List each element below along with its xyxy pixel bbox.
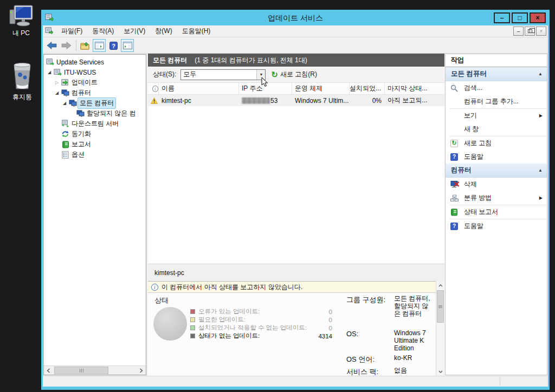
tree-item-options[interactable]: 옵션 [46,149,146,160]
child-minimize-button[interactable]: – [513,27,524,36]
scroll-up-icon[interactable] [436,281,444,290]
toolbar: ? [43,38,548,54]
console-tree-icon [95,42,104,49]
tree-horizontal-scrollbar[interactable] [44,365,146,375]
action-group-by[interactable]: 분류 방법 ▶ [446,191,547,205]
expanded-icon[interactable]: ◢ [61,101,68,106]
name-column-header[interactable]: 이름 [159,83,239,94]
legend-error-swatch [190,309,195,314]
tree-item-computers[interactable]: ◢ 컴퓨터 [46,88,146,98]
menu-action[interactable]: 동작(A) [87,25,119,37]
export-list-button[interactable] [79,39,92,52]
legend-needed-swatch [190,317,195,322]
minimize-button[interactable]: – [494,12,510,23]
tree-item-updates[interactable]: ▷ 업데이트 [46,77,146,88]
tree-item-unassigned-computers[interactable]: 할당되지 않은 컴 [46,108,146,119]
help-icon: ? [450,223,458,230]
tree-item-downstream-servers[interactable]: 다운스트림 서버 [46,119,146,129]
last-status-column-header[interactable]: 마지막 상태... [385,83,444,94]
scrollbar-thumb[interactable] [437,290,444,323]
action-delete[interactable]: 삭제 [446,178,547,191]
action-status-report[interactable]: 상태 보고서 [446,205,547,219]
action-search[interactable]: 검색... [446,81,547,95]
collapse-icon[interactable]: ▲ [538,168,543,173]
action-refresh[interactable]: ↻ 새로 고침 [446,136,547,150]
child-close-button[interactable]: × [536,27,546,36]
computer-row[interactable]: kimtest-pc 53 Windows 7 Ultim... 0% 아직 보… [148,95,444,106]
forward-arrow-icon [61,42,71,49]
installed-column-header[interactable]: 설치되었... [350,83,385,94]
action-section-computer[interactable]: 컴퓨터 ▲ [446,164,547,178]
scrollbar-track[interactable] [53,366,137,375]
computers-icon [61,89,70,97]
title-bar[interactable]: 업데이트 서비스 – □ × [43,11,548,25]
status-section-title: 상태 [154,296,169,305]
action-help[interactable]: ? 도움말 [446,150,547,164]
action-section-all-computers[interactable]: 모든 컴퓨터 ▲ [446,67,547,81]
folder-icon [80,42,90,50]
tree-item-update-services[interactable]: Update Services [46,57,146,67]
field-os-language: OS 언어: ko-KR [346,355,433,366]
desktop-icon-my-pc[interactable]: 내 PC [3,4,39,38]
os-column-header[interactable]: 운영 체제 [292,83,350,94]
options-icon [61,151,70,159]
scroll-down-icon[interactable] [436,367,444,376]
action-view[interactable]: 보기 ▶ [446,109,547,122]
status-filter-label: 상태(S): [153,70,176,79]
back-button[interactable] [46,39,59,52]
search-icon [450,84,458,92]
expanded-icon[interactable]: ◢ [46,70,53,75]
tree-item-all-computers[interactable]: ◢ 모든 컴퓨터 [46,98,146,108]
action-add-computer-group[interactable]: 컴퓨터 그룹 추가... [446,95,547,108]
child-restore-button[interactable] [525,27,535,36]
detail-pane-title: kimtest-pc [148,264,444,281]
action-new-window[interactable]: 새 창 [446,122,547,136]
menu-window[interactable]: 창(W) [150,25,177,37]
menu-file[interactable]: 파일(F) [56,25,87,37]
sync-icon [61,130,70,138]
refresh-link[interactable]: 새로 고침(R) [280,70,317,79]
collapsed-icon[interactable]: ▷ [53,80,61,85]
status-info-bar: i 이 컴퓨터에서 아직 상태를 보고하지 않았습니다. [148,281,436,293]
console-icon [45,27,53,36]
scrollbar-thumb[interactable] [54,367,108,374]
warning-icon [151,97,158,104]
row-warning-cell [148,97,159,104]
main-area: Update Services ◢ ITU-WSUS ▷ [43,54,548,376]
status-filter-combobox[interactable]: 모두 ▼ [180,69,266,80]
show-action-pane-button[interactable] [121,39,134,52]
expanded-icon[interactable]: ◢ [53,90,61,95]
desktop-icon-recycle-bin[interactable]: 휴지통 [4,61,40,102]
menu-view[interactable]: 보기(V) [119,25,150,37]
action-help-computer[interactable]: ? 도움말 [446,219,547,233]
info-icon: i [151,284,158,291]
action-pane-icon [123,42,132,49]
help-button[interactable]: ? [107,39,120,52]
scroll-right-icon[interactable] [137,366,146,375]
scroll-left-icon[interactable] [44,366,53,375]
legend-installed-swatch [190,325,195,330]
detail-vertical-scrollbar[interactable] [436,281,444,376]
window-title: 업데이트 서비스 [43,14,548,23]
list-empty-area [148,106,444,264]
maximize-button[interactable]: □ [512,12,528,23]
action-pane: 작업 모든 컴퓨터 ▲ 검색... 컴퓨터 그룹 추가... 보기 [445,54,547,375]
menu-help[interactable]: 도움말(H) [177,25,216,37]
mouse-cursor [261,77,268,89]
info-icon: i [152,86,158,92]
show-console-tree-button[interactable] [93,39,106,52]
status-pie-chart [153,307,187,341]
desktop: 내 PC 휴지통 [0,0,555,392]
tree-item-reports[interactable]: 보고서 [46,139,146,149]
close-button[interactable]: × [530,12,546,23]
legend-row-installed: 설치되었거나 적용할 수 없는 업데이트: 0 [190,324,332,332]
tree-item-synchronizations[interactable]: 동기화 [46,129,146,139]
collapse-icon[interactable]: ▲ [538,71,543,76]
status-column-header[interactable]: i [148,83,159,94]
console-tree-pane: Update Services ◢ ITU-WSUS ▷ [43,54,146,375]
report-icon [450,208,458,216]
tree-item-itu-wsus[interactable]: ◢ ITU-WSUS [46,67,146,77]
forward-button[interactable] [60,39,73,52]
detail-pane: 상태 오류가 있는 업데이트: 0 필요한 업데이트: 0 [148,293,436,376]
server-icon [46,58,55,66]
